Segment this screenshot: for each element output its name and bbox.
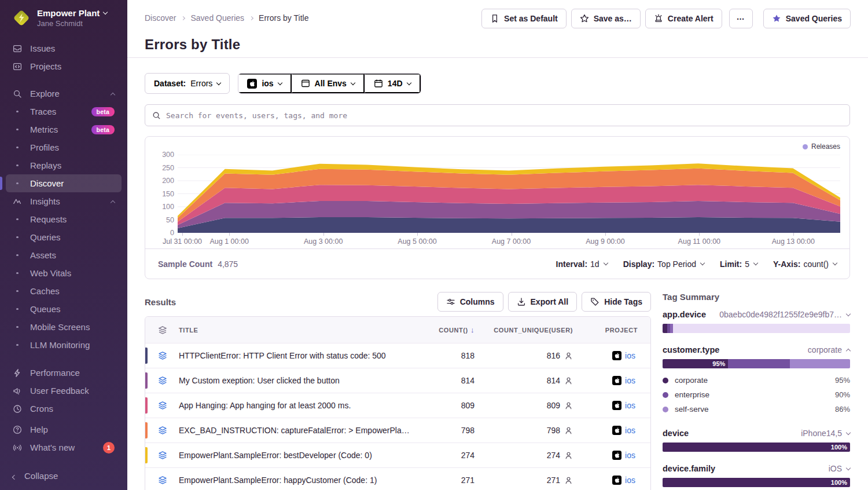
sidebar-item-crons[interactable]: Crons — [6, 400, 122, 418]
sidebar-item-caches[interactable]: Caches — [6, 282, 122, 300]
set-as-default-button[interactable]: Set as Default — [481, 9, 567, 28]
columns-button[interactable]: Columns — [437, 292, 503, 312]
sidebar-item-explore[interactable]: Explore — [6, 85, 122, 103]
chevron-down-icon — [846, 430, 851, 434]
stack-icon[interactable] — [145, 376, 179, 385]
bookmark-icon — [490, 14, 499, 23]
breadcrumb-saved-queries[interactable]: Saved Queries — [190, 13, 244, 23]
stack-icon[interactable] — [145, 451, 179, 460]
project-link[interactable]: ios — [625, 351, 635, 360]
tag-header[interactable]: device iPhone14,5 — [663, 429, 850, 438]
create-alert-button[interactable]: Create Alert — [645, 9, 722, 28]
stack-icon[interactable] — [145, 401, 179, 410]
breadcrumb-discover[interactable]: Discover — [145, 13, 176, 23]
date-range-filter[interactable]: 14D — [365, 74, 421, 93]
project-link[interactable]: ios — [625, 376, 635, 385]
count-value: 814 — [421, 376, 487, 385]
sidebar-item-user-feedback[interactable]: User Feedback — [6, 382, 122, 400]
sidebar-item-mobile-screens[interactable]: Mobile Screens — [6, 318, 122, 336]
chevron-down-icon — [406, 80, 411, 85]
search-input[interactable] — [166, 111, 843, 120]
hide-tags-button[interactable]: Hide Tags — [582, 292, 651, 312]
sidebar-item-projects[interactable]: Projects — [6, 57, 122, 75]
column-header-count[interactable]: COUNT()↓ — [421, 326, 487, 334]
saved-queries-button[interactable]: Saved Queries — [763, 9, 851, 28]
count-unique-value: 809 — [547, 401, 560, 410]
tag-distribution-bar[interactable]: 95% — [663, 359, 850, 368]
tag-legend-row[interactable]: enterprise 90% — [663, 387, 850, 402]
sidebar-item-discover[interactable]: Discover — [6, 174, 122, 192]
event-title-link[interactable]: EXC_BAD_INSTRUCTION: captureFatalError: … — [179, 426, 421, 435]
export-all-button[interactable]: Export All — [508, 292, 578, 312]
event-title-link[interactable]: App Hanging: App hanging for at least 20… — [179, 401, 421, 410]
project-filter[interactable]: ios — [238, 74, 291, 93]
stack-icon[interactable] — [145, 351, 179, 360]
tag-distribution-bar[interactable]: 100% — [663, 443, 850, 452]
save-as-button[interactable]: Save as… — [571, 9, 641, 28]
tag-legend-row[interactable]: corporate 95% — [663, 373, 850, 387]
chart-legend[interactable]: Releases — [803, 142, 840, 151]
y-axis-dropdown[interactable]: Y-Axis:count() — [773, 259, 837, 269]
dataset-dropdown[interactable]: Dataset: Errors — [145, 73, 230, 94]
column-header-count-unique[interactable]: COUNT_UNIQUE(USER) — [487, 327, 586, 334]
tag-block-customer-type: customer.type corporate 95% corporate 95… — [663, 345, 850, 416]
sidebar-collapse-button[interactable]: Collapse — [0, 463, 127, 490]
tag-distribution-bar[interactable]: 100% — [663, 478, 850, 487]
tag-header[interactable]: device.family iOS — [663, 464, 850, 473]
stack-icon[interactable] — [145, 476, 179, 485]
display-dropdown[interactable]: Display:Top Period — [623, 259, 704, 269]
sidebar-item-label: LLM Monitoring — [30, 340, 90, 350]
sidebar-item-help[interactable]: Help — [6, 420, 122, 438]
org-switcher[interactable]: Empower Plant Jane Schmidt — [0, 0, 127, 34]
more-options-button[interactable]: ⋯ — [729, 9, 753, 28]
chevron-left-icon — [13, 471, 16, 481]
count-value: 809 — [421, 401, 487, 410]
project-link[interactable]: ios — [625, 426, 635, 435]
tag-block-device-family: device.family iOS 100% — [663, 464, 850, 487]
sidebar-item-requests[interactable]: Requests — [6, 210, 122, 228]
chart-plot-area[interactable] — [178, 155, 840, 233]
project-link[interactable]: ios — [625, 476, 635, 485]
y-axis-tick-label: 300 — [162, 151, 174, 159]
sidebar-item-what-s-new[interactable]: What's new1 — [6, 438, 122, 456]
button-label: Export All — [531, 297, 569, 306]
column-header-title[interactable]: TITLE — [179, 327, 421, 334]
tag-legend-row[interactable]: self-serve 86% — [663, 402, 850, 416]
sidebar-item-llm-monitoring[interactable]: LLM Monitoring — [6, 336, 122, 354]
results-title: Results — [145, 297, 176, 307]
event-title-link[interactable]: EmpowerPlant.SampleError: happyCustomer … — [179, 476, 421, 485]
limit-dropdown[interactable]: Limit:5 — [720, 259, 757, 269]
chevron-up-icon — [846, 348, 851, 353]
sidebar-item-queries[interactable]: Queries — [6, 228, 122, 246]
sidebar-item-profiles[interactable]: Profiles — [6, 138, 122, 156]
project-link[interactable]: ios — [625, 451, 635, 460]
sample-count-label: Sample Count — [158, 259, 212, 269]
tag-header[interactable]: app.device 0baebc0de4982f1255f2e9e9fb7… — [663, 310, 850, 319]
event-title-link[interactable]: HTTPClientError: HTTP Client Error with … — [179, 351, 421, 360]
apple-project-icon — [612, 451, 621, 460]
sidebar-item-insights[interactable]: Insights — [6, 192, 122, 210]
breadcrumb: DiscoverSaved QueriesErrors by Title — [145, 9, 308, 23]
sidebar-item-performance[interactable]: Performance — [6, 364, 122, 382]
environment-filter[interactable]: All Envs — [292, 74, 365, 93]
count-value: 271 — [421, 476, 487, 485]
sidebar-item-replays[interactable]: Replays — [6, 156, 122, 174]
tag-header[interactable]: customer.type corporate — [663, 345, 850, 354]
interval-dropdown[interactable]: Interval:1d — [556, 259, 608, 269]
apple-project-icon — [612, 476, 621, 485]
stack-icon[interactable] — [145, 426, 179, 435]
sidebar-item-traces[interactable]: Tracesbeta — [6, 103, 122, 120]
sidebar-item-issues[interactable]: Issues — [6, 39, 122, 57]
project-link[interactable]: ios — [625, 401, 635, 410]
column-header-project[interactable]: PROJECT — [586, 327, 650, 334]
sidebar-item-queues[interactable]: Queues — [6, 300, 122, 318]
sidebar-item-web-vitals[interactable]: Web Vitals — [6, 264, 122, 282]
date-range-value: 14D — [388, 79, 403, 88]
tag-distribution-bar[interactable] — [663, 324, 850, 333]
event-title-link[interactable]: EmpowerPlant.SampleError: bestDeveloper … — [179, 451, 421, 460]
sidebar-item-assets[interactable]: Assets — [6, 246, 122, 264]
x-axis-tick-label: Aug 3 00:00 — [304, 237, 343, 246]
event-title-link[interactable]: My Custom exeption: User clicked the but… — [179, 376, 421, 385]
feedback-icon — [13, 386, 22, 396]
sidebar-item-metrics[interactable]: Metricsbeta — [6, 120, 122, 138]
